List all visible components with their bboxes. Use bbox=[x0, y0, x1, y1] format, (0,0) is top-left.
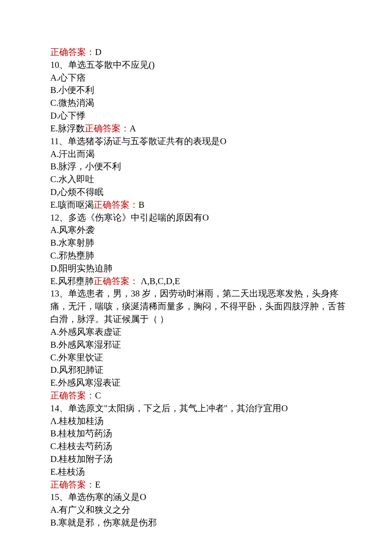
text-line: 13、单选患者，男，38 岁，因劳动时淋雨，第二天出现恶寒发热，头身疼痛，无汗，… bbox=[50, 288, 354, 325]
text-segment: C.邪热壅肺 bbox=[50, 250, 94, 261]
text-segment: 11、单选猪苓汤证与五苓散证共有的表现是O bbox=[50, 136, 226, 146]
text-segment: D bbox=[95, 47, 101, 57]
answer-label: 正确答案： bbox=[94, 276, 138, 286]
answer-label: 正确答案： bbox=[50, 47, 95, 57]
text-segment: Λ.桂枝加桂汤 bbox=[50, 416, 104, 426]
text-segment: A.汗出而渴 bbox=[50, 149, 95, 159]
text-line: E.脉浮数正确答案：A bbox=[50, 122, 354, 135]
text-segment: E.脉浮数 bbox=[50, 123, 85, 134]
text-line: 正确答案：D bbox=[50, 46, 354, 59]
text-segment: A bbox=[130, 123, 136, 134]
text-line: D.阳明实热迫肺 bbox=[50, 262, 354, 275]
answer-label: 正确答案： bbox=[50, 390, 95, 401]
text-segment: C.微热消渴 bbox=[50, 98, 94, 108]
text-line: D.风邪犯肺证 bbox=[50, 364, 354, 377]
text-line: E.风邪壅肺正确答案： Λ,B,C,D,E bbox=[50, 275, 354, 288]
text-segment: D.桂枝加附子汤 bbox=[50, 454, 112, 464]
text-line: 12、多选《伤寒论》中引起喘的原因有O bbox=[50, 212, 354, 224]
text-line: 10、单选五苓散中不应见() bbox=[50, 59, 354, 72]
text-segment: 13、单选患者，男，38 岁，因劳动时淋雨，第二天出现恶寒发热，头身疼痛，无汗，… bbox=[50, 288, 346, 324]
text-segment: A.外感风寒表虚证 bbox=[50, 327, 121, 337]
text-segment: B.小便不利 bbox=[50, 85, 94, 95]
text-line: B.水寒射肺 bbox=[50, 237, 354, 250]
text-segment: C bbox=[95, 390, 101, 401]
text-segment: E bbox=[95, 479, 101, 490]
text-segment: 14、单选原文"太阳病，下之后，其气上冲者"，其治疗宜用O bbox=[50, 403, 288, 413]
text-segment: D.阳明实热迫肺 bbox=[50, 263, 112, 273]
text-line: C.邪热壅肺 bbox=[50, 250, 354, 262]
text-segment: Λ,B,C,D,E bbox=[138, 276, 180, 286]
text-segment: C.桂枝去芍药汤 bbox=[50, 441, 112, 451]
text-segment: 15、单选伤寒的涵义是O bbox=[50, 492, 146, 502]
text-line: C.外寒里饮证 bbox=[50, 352, 354, 364]
text-segment: B.桂枝加芍药汤 bbox=[50, 428, 112, 439]
text-line: E.外感风寒湿表证 bbox=[50, 377, 354, 389]
text-line: C.水入即吐 bbox=[50, 173, 354, 186]
text-segment: D.心下悸 bbox=[50, 110, 86, 121]
text-segment: A.风寒外袭 bbox=[50, 225, 95, 235]
answer-label: 正确答案： bbox=[94, 200, 138, 210]
text-segment: B bbox=[138, 200, 144, 210]
text-segment: B.寒就是邪，伤寒就是伤邪 bbox=[50, 517, 157, 528]
text-line: B.桂枝加芍药汤 bbox=[50, 427, 354, 440]
text-line: 14、单选原文"太阳病，下之后，其气上冲者"，其治疗宜用O bbox=[50, 402, 354, 415]
text-line: E.桂枝汤 bbox=[50, 466, 354, 479]
text-line: D.心下悸 bbox=[50, 110, 354, 122]
text-segment: E.外感风寒湿表证 bbox=[50, 378, 121, 388]
answer-label: 正确答案： bbox=[85, 123, 130, 134]
text-line: B.小便不利 bbox=[50, 84, 354, 97]
text-line: A.有广义和狭义之分 bbox=[50, 504, 354, 517]
text-line: 正确答案：E bbox=[50, 479, 354, 491]
text-line: A.汗出而渴 bbox=[50, 148, 354, 161]
text-line: B.脉浮，小便不利 bbox=[50, 160, 354, 173]
text-line: A.外感风寒表虚证 bbox=[50, 326, 354, 339]
text-segment: D.风邪犯肺证 bbox=[50, 365, 104, 375]
text-line: D.桂枝加附子汤 bbox=[50, 453, 354, 466]
text-segment: B.水寒射肺 bbox=[50, 238, 94, 248]
text-line: 正确答案：C bbox=[50, 389, 354, 402]
text-line: A.风寒外袭 bbox=[50, 224, 354, 237]
text-segment: A.有广义和狭义之分 bbox=[50, 505, 130, 515]
text-line: 15、单选伤寒的涵义是O bbox=[50, 491, 354, 504]
text-segment: C.水入即吐 bbox=[50, 174, 94, 184]
text-segment: D,心烦不得眠 bbox=[50, 187, 104, 197]
answer-label: 正确答案： bbox=[50, 479, 95, 490]
text-line: C.桂枝去芍药汤 bbox=[50, 440, 354, 453]
text-line: A.心下痞 bbox=[50, 72, 354, 84]
text-segment: 10、单选五苓散中不应见() bbox=[50, 60, 155, 70]
text-segment: A.心下痞 bbox=[50, 73, 86, 83]
text-line: B.外感风寒湿邪证 bbox=[50, 339, 354, 352]
text-line: B.寒就是邪，伤寒就是伤邪 bbox=[50, 517, 354, 529]
text-segment: B.外感风寒湿邪证 bbox=[50, 340, 121, 350]
text-line: D,心烦不得眠 bbox=[50, 186, 354, 199]
text-line: C.微热消渴 bbox=[50, 97, 354, 110]
text-line: 11、单选猪苓汤证与五苓散证共有的表现是O bbox=[50, 135, 354, 148]
text-line: Λ.桂枝加桂汤 bbox=[50, 415, 354, 428]
text-segment: C.外寒里饮证 bbox=[50, 352, 103, 363]
text-segment: E.风邪壅肺 bbox=[50, 276, 94, 286]
text-segment: E.桂枝汤 bbox=[50, 467, 85, 477]
text-segment: B.脉浮，小便不利 bbox=[50, 161, 121, 171]
text-line: E.咳而呕渴正确答案：B bbox=[50, 199, 354, 212]
document-page: 正确答案：D10、单选五苓散中不应见()A.心下痞B.小便不利C.微热消渴D.心… bbox=[0, 0, 392, 555]
text-segment: 12、多选《伤寒论》中引起喘的原因有O bbox=[50, 212, 209, 223]
text-segment: E.咳而呕渴 bbox=[50, 200, 94, 210]
